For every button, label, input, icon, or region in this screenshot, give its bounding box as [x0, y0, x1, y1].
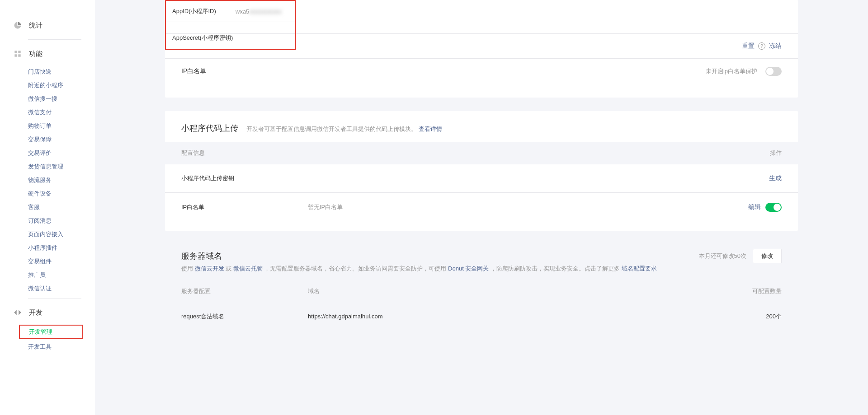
- sidebar-group-stats[interactable]: 统计: [0, 14, 95, 37]
- edit-link[interactable]: 编辑: [748, 203, 761, 211]
- sidebar-item-plugin[interactable]: 小程序插件: [0, 241, 95, 255]
- appid-label: AppID(小程序ID): [172, 7, 236, 15]
- sidebar-item-trade-guarantee[interactable]: 交易保障: [0, 133, 95, 146]
- code-upload-card: 小程序代码上传 开发者可基于配置信息调用微信开发者工具提供的代码上传模块。 查看…: [165, 111, 798, 231]
- appid-value: wxa5xxxxxxxxxxx: [236, 8, 289, 15]
- sidebar-group-features[interactable]: 功能: [0, 42, 95, 65]
- credentials-card: AppID(小程序ID) wxa5xxxxxxxxxxx AppSecret(小…: [165, 0, 798, 98]
- upload-ip-toggle[interactable]: [765, 203, 782, 212]
- domain-row-label: request合法域名: [181, 312, 308, 321]
- sidebar: 统计 功能 门店快送 附近的小程序 微信搜一搜 微信支付 购物订单 交易保障 交…: [0, 0, 95, 415]
- svg-rect-2: [14, 54, 17, 56]
- domain-desc: 使用 微信云开发 或 微信云托管 ，无需配置服务器域名，省心省力。如业务访问需要…: [181, 263, 782, 280]
- server-domain-card: 服务器域名 本月还可修改50次 修改 使用 微信云开发 或 微信云托管 ，无需配…: [165, 244, 798, 331]
- sidebar-item-trade-review[interactable]: 交易评价: [0, 146, 95, 160]
- domain-th-config: 服务器配置: [181, 287, 308, 295]
- upload-ip-label: IP白名单: [181, 203, 308, 211]
- svg-rect-0: [14, 51, 17, 53]
- svg-rect-1: [18, 51, 20, 53]
- reset-link[interactable]: 重置: [742, 42, 755, 50]
- sidebar-item-wechat-search[interactable]: 微信搜一搜: [0, 92, 95, 106]
- upload-th-config: 配置信息: [181, 149, 308, 157]
- sidebar-item-hardware[interactable]: 硬件设备: [0, 187, 95, 201]
- link-domain-requirements[interactable]: 域名配置要求: [622, 265, 657, 272]
- upload-th-action: 操作: [727, 149, 782, 157]
- sidebar-item-trade-components[interactable]: 交易组件: [0, 255, 95, 268]
- upload-title: 小程序代码上传: [181, 123, 238, 134]
- sidebar-item-page-content[interactable]: 页面内容接入: [0, 228, 95, 241]
- domain-title: 服务器域名: [181, 246, 222, 261]
- sidebar-group-label: 开发: [29, 308, 42, 317]
- sidebar-item-shopping-orders[interactable]: 购物订单: [0, 119, 95, 133]
- divider: [28, 39, 81, 40]
- sidebar-item-nearby-miniprogram[interactable]: 附近的小程序: [0, 79, 95, 92]
- upload-ip-value: 暂无IP白名单: [308, 203, 727, 211]
- freeze-link[interactable]: 冻结: [769, 42, 782, 50]
- domain-row-count: 200个: [727, 312, 782, 321]
- sidebar-item-wechat-pay[interactable]: 微信支付: [0, 106, 95, 119]
- svg-rect-3: [18, 54, 20, 56]
- upload-desc: 开发者可基于配置信息调用微信开发者工具提供的代码上传模块。 查看详情: [246, 125, 442, 133]
- sidebar-item-logistics[interactable]: 物流服务: [0, 173, 95, 187]
- sidebar-item-subscribe-messages[interactable]: 订阅消息: [0, 214, 95, 228]
- view-details-link[interactable]: 查看详情: [419, 126, 442, 132]
- link-cloud-host[interactable]: 微信云托管: [233, 265, 263, 272]
- sidebar-item-shipping-info[interactable]: 发货信息管理: [0, 160, 95, 173]
- divider: [28, 11, 81, 11]
- main-content: AppID(小程序ID) wxa5xxxxxxxxxxx AppSecret(小…: [95, 0, 868, 415]
- sidebar-item-wechat-verify[interactable]: 微信认证: [0, 282, 95, 295]
- ip-whitelist-label: IP白名单: [181, 67, 245, 75]
- sidebar-group-label: 功能: [29, 50, 42, 58]
- link-cloud-dev[interactable]: 微信云开发: [195, 265, 224, 272]
- help-icon[interactable]: ?: [758, 42, 765, 50]
- code-icon: [14, 308, 22, 317]
- ip-whitelist-toggle[interactable]: [765, 67, 782, 76]
- grid-icon: [14, 50, 22, 58]
- link-donut-gateway[interactable]: Donut 安全网关: [448, 265, 489, 272]
- sidebar-item-dev-manage[interactable]: 开发管理: [19, 325, 83, 339]
- divider: [28, 298, 81, 298]
- sidebar-group-dev[interactable]: 开发: [0, 301, 95, 324]
- pie-chart-icon: [14, 21, 22, 29]
- domain-row-value: https://chat.gdpaimaihui.com: [308, 313, 727, 320]
- domain-remain: 本月还可修改50次: [699, 252, 746, 260]
- appsecret-label: AppSecret(小程序密钥): [172, 34, 233, 42]
- modify-button[interactable]: 修改: [753, 249, 782, 263]
- sidebar-group-label: 统计: [29, 21, 42, 30]
- sidebar-item-customer-service[interactable]: 客服: [0, 201, 95, 214]
- sidebar-item-dev-tools[interactable]: 开发工具: [0, 340, 95, 354]
- domain-th-count: 可配置数量: [727, 287, 782, 295]
- sidebar-item-promoter[interactable]: 推广员: [0, 268, 95, 282]
- generate-link[interactable]: 生成: [769, 174, 782, 182]
- upload-key-label: 小程序代码上传密钥: [181, 174, 308, 182]
- sidebar-item-header-collapsed[interactable]: [0, 2, 95, 8]
- domain-th-domain: 域名: [308, 287, 727, 295]
- sidebar-item-store-delivery[interactable]: 门店快送: [0, 65, 95, 79]
- ip-whitelist-note: 未开启ip白名单保护: [706, 67, 757, 75]
